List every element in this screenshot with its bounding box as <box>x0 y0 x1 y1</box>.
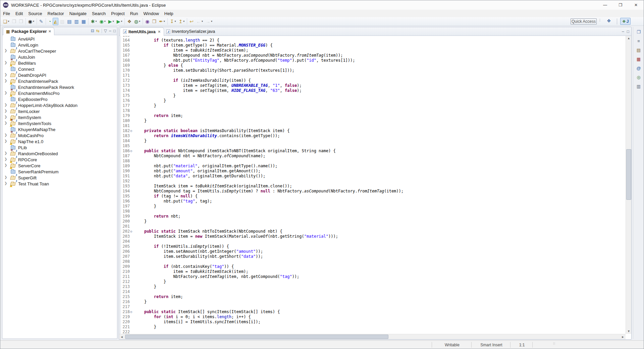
javadoc-view-icon[interactable]: @ <box>636 65 642 71</box>
open-perspective-icon[interactable]: ❖ <box>607 18 611 23</box>
tree-item[interactable]: ❯JHopperLimit-ASkyBlock Addon <box>2 102 117 108</box>
tree-item[interactable]: ❯JDeathDropAPI <box>2 72 117 78</box>
code-editor[interactable]: 163164 if (textures.length == 2) {165 if… <box>119 36 626 334</box>
user-account-icon[interactable]: ◉▾ <box>27 18 35 25</box>
horizontal-scroll-thumb[interactable] <box>125 335 388 339</box>
fold-collapse-icon[interactable]: ⊖ <box>130 229 134 234</box>
declaration-view-icon[interactable]: ◎ <box>636 74 642 80</box>
tree-item[interactable]: ExpBoosterPro <box>2 96 117 102</box>
javadoc-export-icon[interactable]: ↥▾ <box>178 18 186 25</box>
editor-tab-itemutils-java[interactable]: ItemUtils.java✕ <box>120 27 164 36</box>
dropdown-arrow-icon[interactable]: ▾ <box>175 20 176 23</box>
fold-collapse-icon[interactable]: ⊖ <box>130 309 134 314</box>
expand-arrow-icon[interactable]: ❯ <box>4 49 8 52</box>
expand-arrow-icon[interactable]: ❯ <box>4 151 8 155</box>
dropdown-arrow-icon[interactable]: ▾ <box>139 20 140 23</box>
tree-item[interactable]: PLib <box>2 144 117 151</box>
vertical-scrollbar[interactable]: ▲ ▼ <box>626 36 631 334</box>
tree-item[interactable]: ❯JServerCore <box>2 163 117 169</box>
tree-item[interactable]: EnchantIntensePack Rework <box>2 84 117 90</box>
scroll-left-icon[interactable]: ◄ <box>119 334 124 340</box>
maximize-view-icon[interactable]: □ <box>113 28 116 33</box>
close-view-icon[interactable]: ✕ <box>48 30 51 33</box>
expand-arrow-icon[interactable]: ❯ <box>4 181 8 185</box>
tree-item[interactable]: ❯JMMobCashPro <box>2 132 117 138</box>
tree-item[interactable]: ❯JItemSystem <box>2 114 117 120</box>
tab-package-explorer[interactable]: ▦ Package Explorer ✕ <box>3 27 54 35</box>
tree-item[interactable]: ❯JItemLocker <box>2 108 117 114</box>
tree-item[interactable]: Connect <box>2 66 117 72</box>
minimize-view-icon[interactable]: – <box>109 28 111 33</box>
tree-item[interactable]: ❯JMItemSystemTools <box>2 120 117 126</box>
tree-item[interactable]: AutoJoin <box>2 54 117 60</box>
coverage-icon[interactable]: ◉ <box>144 18 150 25</box>
quick-access-box[interactable]: Quick Access <box>571 18 597 24</box>
menu-file[interactable]: File <box>0 10 13 17</box>
dropdown-arrow-icon[interactable]: ▾ <box>183 20 184 23</box>
tree-item[interactable]: ServerRankPremium <box>2 169 117 175</box>
run-history-icon[interactable]: ▶▾ <box>107 18 115 25</box>
menu-project[interactable]: Project <box>108 10 127 17</box>
new-wizard-icon[interactable]: ❏▾ <box>2 18 10 25</box>
editor-tab-inventoryserializer-java[interactable]: InventorySerializer.java <box>163 27 218 36</box>
expand-arrow-icon[interactable]: ❯ <box>4 121 8 125</box>
dropdown-arrow-icon[interactable]: ▾ <box>104 20 106 23</box>
horizontal-scrollbar[interactable]: ◄ ► <box>119 334 626 339</box>
collapse-all-icon[interactable]: ⊟ <box>91 28 94 33</box>
dropdown-arrow-icon[interactable]: ▾ <box>96 20 97 23</box>
new-class-icon[interactable]: ◍▾ <box>133 18 141 25</box>
expand-arrow-icon[interactable]: ❯ <box>4 133 8 137</box>
expand-arrow-icon[interactable]: ❯ <box>4 139 8 143</box>
tree-item[interactable]: ❯JMRandomOreBoosted <box>2 151 117 157</box>
dropdown-arrow-icon[interactable]: ▾ <box>121 20 122 23</box>
export-jar-icon[interactable]: ↧▾ <box>169 18 177 25</box>
last-edit-location-icon[interactable]: ↩ <box>189 18 195 25</box>
run-external-icon[interactable]: ▶▾ <box>116 18 123 25</box>
dropdown-arrow-icon[interactable]: ▾ <box>113 20 114 23</box>
menu-help[interactable]: Help <box>162 10 176 17</box>
tree-item[interactable]: AnvilAPI <box>2 36 117 42</box>
menu-edit[interactable]: Edit <box>13 10 25 17</box>
tree-item[interactable]: ❯JRPGCore <box>2 157 117 163</box>
tree-item[interactable]: ❯JNapThe e1.0 <box>2 138 117 144</box>
menu-search[interactable]: Search <box>89 10 108 17</box>
dropdown-arrow-icon[interactable]: ▾ <box>8 20 9 23</box>
view-menu-icon[interactable]: ▽ <box>104 28 107 33</box>
maximize-button[interactable]: ❐ <box>613 0 628 10</box>
minimize-button[interactable]: — <box>597 0 613 10</box>
outline-view-icon[interactable]: ≡ <box>636 38 642 44</box>
tree-item[interactable]: ❯JMBedWars <box>2 60 117 66</box>
minimize-editor-icon[interactable]: – <box>622 29 624 34</box>
menu-navigate[interactable]: Navigate <box>67 10 89 17</box>
vertical-scroll-thumb[interactable] <box>626 149 631 200</box>
expand-arrow-icon[interactable]: ❯ <box>4 61 8 64</box>
type-hierarchy-icon[interactable]: ▥ <box>73 18 79 25</box>
expand-arrow-icon[interactable]: ❯ <box>4 103 8 107</box>
tree-item[interactable]: KhuyenMaiNapThe <box>2 126 117 132</box>
expand-arrow-icon[interactable]: ❯ <box>4 157 8 161</box>
expand-arrow-icon[interactable]: ❯ <box>4 91 8 95</box>
dropdown-arrow-icon[interactable]: ▾ <box>202 20 203 23</box>
menu-source[interactable]: Source <box>25 10 45 17</box>
project-tree[interactable]: AnvilAPIAnvilLogin❯JAroCarlTheCreeperAut… <box>2 36 117 339</box>
plugin-icon[interactable]: ◔ <box>47 18 52 25</box>
menu-refactor[interactable]: Refactor <box>45 10 67 17</box>
tree-item[interactable]: ❯JEnchantIntensePack <box>2 78 117 84</box>
tree-item[interactable]: ❯JSuperGift <box>2 175 117 181</box>
tree-item[interactable]: AnvilLogin <box>2 42 117 48</box>
close-button[interactable]: ✕ <box>628 0 644 10</box>
tree-item[interactable]: ❯JAroCarlTheCreeper <box>2 48 117 54</box>
restore-views-icon[interactable]: ❐ <box>636 29 642 35</box>
fold-collapse-icon[interactable]: ⊖ <box>130 149 134 154</box>
expand-arrow-icon[interactable]: ❯ <box>4 73 8 76</box>
dropdown-arrow-icon[interactable]: ▾ <box>164 20 165 23</box>
menu-run[interactable]: Run <box>127 10 141 17</box>
scroll-down-icon[interactable]: ▼ <box>626 329 632 334</box>
fold-collapse-icon[interactable]: ⊖ <box>130 128 134 133</box>
mark-occurrences-icon[interactable]: ✎ <box>38 18 44 25</box>
task-list-view-icon[interactable]: ▤ <box>636 47 642 53</box>
expand-arrow-icon[interactable]: ❯ <box>4 79 8 82</box>
expand-arrow-icon[interactable]: ❯ <box>4 163 8 167</box>
console-view-icon[interactable]: ▥ <box>636 83 642 89</box>
scroll-right-icon[interactable]: ► <box>620 334 626 340</box>
